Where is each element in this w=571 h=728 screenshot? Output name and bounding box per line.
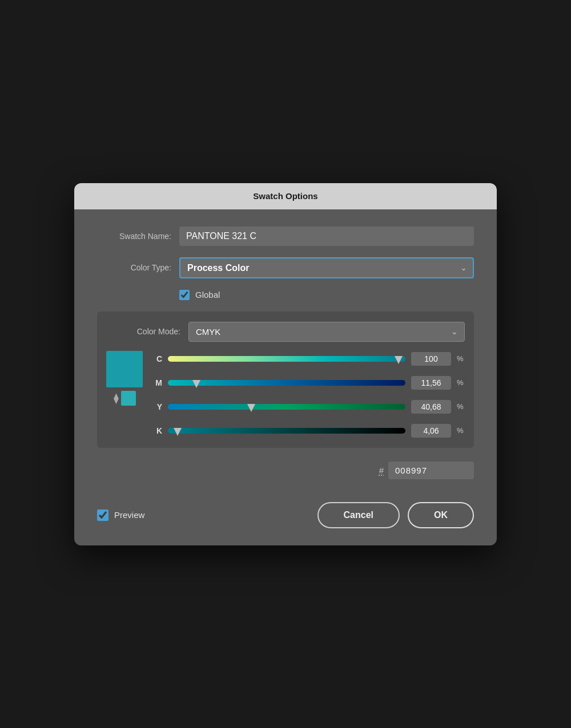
preview-label[interactable]: Preview: [114, 510, 144, 520]
hex-row: #: [97, 462, 474, 479]
dialog-title: Swatch Options: [253, 191, 317, 201]
pct-label-c: %: [457, 354, 465, 363]
main-color-swatch: [106, 351, 143, 387]
sliders-column: C % M: [152, 351, 465, 439]
slider-row-y: Y %: [152, 399, 465, 415]
swatch-name-label: Swatch Name:: [97, 232, 171, 241]
slider-track-wrapper-c[interactable]: [168, 351, 405, 367]
slider-track-m: [168, 380, 405, 386]
slider-label-y: Y: [152, 402, 162, 411]
slider-row-m: M %: [152, 375, 465, 391]
color-swatches-area: ⧫ C %: [106, 351, 465, 439]
color-type-row: Color Type: Process Color Spot Color ⌄: [97, 257, 474, 278]
color-type-label: Color Type:: [97, 263, 171, 272]
color-type-select[interactable]: Process Color Spot Color: [179, 257, 474, 278]
slider-track-wrapper-y[interactable]: [168, 399, 405, 415]
global-checkbox-row: Global: [97, 290, 474, 300]
slider-thumb-m: [192, 380, 200, 388]
swatch-options-dialog: Swatch Options Swatch Name: Color Type: …: [74, 183, 497, 545]
pct-label-m: %: [457, 378, 465, 387]
pct-label-k: %: [457, 426, 465, 435]
footer-row: Preview Cancel OK: [97, 496, 474, 528]
slider-value-m[interactable]: [411, 376, 451, 390]
slider-track-c: [168, 356, 405, 362]
slider-row-k: K %: [152, 423, 465, 439]
color-mode-row: Color Mode: CMYK RGB Lab Grayscale ⌄: [106, 322, 465, 342]
pct-label-y: %: [457, 402, 465, 411]
color-section: Color Mode: CMYK RGB Lab Grayscale ⌄: [97, 312, 474, 448]
swatch-name-input[interactable]: [179, 227, 474, 246]
hex-input[interactable]: [388, 462, 474, 479]
slider-value-y[interactable]: [411, 400, 451, 414]
cancel-button[interactable]: Cancel: [317, 502, 400, 528]
slider-track-wrapper-m[interactable]: [168, 375, 405, 391]
slider-track-k: [168, 428, 405, 434]
slider-track-wrapper-k[interactable]: [168, 423, 405, 439]
color-mode-select[interactable]: CMYK RGB Lab Grayscale: [188, 322, 465, 342]
slider-track-y: [168, 404, 405, 410]
secondary-swatch-row: ⧫: [114, 391, 136, 406]
slider-row-c: C %: [152, 351, 465, 367]
slider-label-m: M: [152, 378, 162, 387]
preview-group: Preview: [97, 509, 144, 521]
hash-label: #: [379, 466, 384, 475]
color-mode-select-wrapper: CMYK RGB Lab Grayscale ⌄: [188, 322, 465, 342]
cube-icon: ⧫: [114, 392, 119, 405]
slider-thumb-k: [174, 428, 182, 436]
dialog-body: Swatch Name: Color Type: Process Color S…: [74, 209, 497, 545]
global-label[interactable]: Global: [195, 290, 220, 300]
slider-label-k: K: [152, 426, 162, 435]
global-checkbox[interactable]: [179, 290, 190, 300]
color-mode-label: Color Mode:: [106, 327, 180, 336]
swatch-column: ⧫: [106, 351, 143, 406]
slider-label-c: C: [152, 354, 162, 363]
slider-value-c[interactable]: [411, 352, 451, 366]
small-color-swatch: [121, 391, 136, 406]
swatch-name-row: Swatch Name:: [97, 227, 474, 246]
slider-thumb-y: [247, 404, 255, 412]
color-type-select-wrapper: Process Color Spot Color ⌄: [179, 257, 474, 278]
slider-value-k[interactable]: [411, 424, 451, 438]
buttons-group: Cancel OK: [317, 502, 474, 528]
dialog-titlebar: Swatch Options: [74, 183, 497, 209]
ok-button[interactable]: OK: [408, 502, 474, 528]
slider-thumb-c: [395, 356, 403, 364]
preview-checkbox[interactable]: [97, 509, 108, 521]
